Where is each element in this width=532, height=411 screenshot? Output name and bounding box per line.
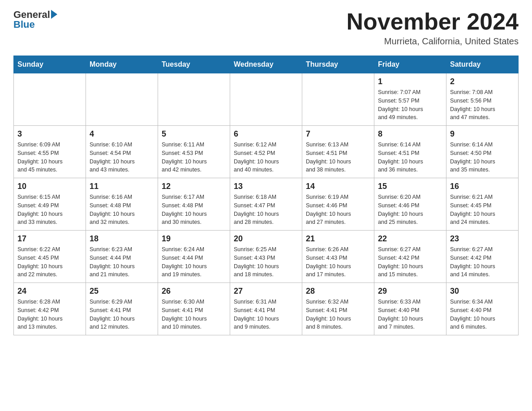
calendar-cell <box>302 73 374 126</box>
logo: General Blue <box>13 9 57 30</box>
calendar-cell: 24Sunrise: 6:28 AM Sunset: 4:42 PM Dayli… <box>14 283 86 335</box>
calendar-cell: 12Sunrise: 6:17 AM Sunset: 4:48 PM Dayli… <box>158 178 230 231</box>
day-number: 23 <box>450 234 515 244</box>
logo-arrow-icon <box>51 10 57 19</box>
calendar-cell: 14Sunrise: 6:19 AM Sunset: 4:46 PM Dayli… <box>302 178 374 231</box>
day-number: 14 <box>306 182 370 191</box>
day-number: 10 <box>17 182 82 191</box>
day-info: Sunrise: 6:19 AM Sunset: 4:46 PM Dayligh… <box>306 193 370 227</box>
calendar-cell: 6Sunrise: 6:12 AM Sunset: 4:52 PM Daylig… <box>230 126 302 178</box>
calendar-cell: 27Sunrise: 6:31 AM Sunset: 4:41 PM Dayli… <box>230 283 302 335</box>
day-info: Sunrise: 6:21 AM Sunset: 4:45 PM Dayligh… <box>450 193 515 227</box>
calendar-cell: 21Sunrise: 6:26 AM Sunset: 4:43 PM Dayli… <box>302 231 374 283</box>
calendar-cell: 25Sunrise: 6:29 AM Sunset: 4:41 PM Dayli… <box>86 283 158 335</box>
day-number: 12 <box>162 182 226 191</box>
day-number: 9 <box>450 129 515 139</box>
day-info: Sunrise: 6:20 AM Sunset: 4:46 PM Dayligh… <box>378 193 442 227</box>
day-of-week-friday: Friday <box>374 56 446 73</box>
day-of-week-sunday: Sunday <box>14 56 86 73</box>
calendar-cell: 23Sunrise: 6:27 AM Sunset: 4:42 PM Dayli… <box>446 231 519 283</box>
day-of-week-wednesday: Wednesday <box>230 56 302 73</box>
day-of-week-monday: Monday <box>86 56 158 73</box>
day-info: Sunrise: 6:18 AM Sunset: 4:47 PM Dayligh… <box>234 193 298 227</box>
calendar-cell <box>14 73 86 126</box>
calendar-cell: 8Sunrise: 6:14 AM Sunset: 4:51 PM Daylig… <box>374 126 446 178</box>
day-info: Sunrise: 6:15 AM Sunset: 4:49 PM Dayligh… <box>17 193 82 227</box>
calendar-cell: 22Sunrise: 6:27 AM Sunset: 4:42 PM Dayli… <box>374 231 446 283</box>
day-number: 2 <box>450 77 515 86</box>
day-info: Sunrise: 6:29 AM Sunset: 4:41 PM Dayligh… <box>90 298 154 331</box>
day-info: Sunrise: 6:27 AM Sunset: 4:42 PM Dayligh… <box>450 245 515 279</box>
logo-text-blue: Blue <box>13 19 57 30</box>
calendar-cell: 9Sunrise: 6:14 AM Sunset: 4:50 PM Daylig… <box>446 126 519 178</box>
calendar-cell: 15Sunrise: 6:20 AM Sunset: 4:46 PM Dayli… <box>374 178 446 231</box>
day-info: Sunrise: 6:17 AM Sunset: 4:48 PM Dayligh… <box>162 193 226 227</box>
calendar-cell: 10Sunrise: 6:15 AM Sunset: 4:49 PM Dayli… <box>14 178 86 231</box>
calendar-cell: 18Sunrise: 6:23 AM Sunset: 4:44 PM Dayli… <box>86 231 158 283</box>
day-number: 3 <box>17 129 82 139</box>
day-info: Sunrise: 6:10 AM Sunset: 4:54 PM Dayligh… <box>90 141 154 174</box>
day-info: Sunrise: 6:25 AM Sunset: 4:43 PM Dayligh… <box>234 245 298 279</box>
calendar-title-block: November 2024 Murrieta, California, Unit… <box>347 9 519 47</box>
day-number: 17 <box>17 234 82 244</box>
calendar-week-row: 17Sunrise: 6:22 AM Sunset: 4:45 PM Dayli… <box>14 231 519 283</box>
calendar-cell <box>230 73 302 126</box>
calendar-cell: 26Sunrise: 6:30 AM Sunset: 4:41 PM Dayli… <box>158 283 230 335</box>
calendar-cell: 5Sunrise: 6:11 AM Sunset: 4:53 PM Daylig… <box>158 126 230 178</box>
calendar-cell: 2Sunrise: 7:08 AM Sunset: 5:56 PM Daylig… <box>446 73 519 126</box>
calendar-title: November 2024 <box>347 9 519 34</box>
day-info: Sunrise: 6:16 AM Sunset: 4:48 PM Dayligh… <box>90 193 154 227</box>
day-number: 7 <box>306 129 370 139</box>
day-number: 4 <box>90 129 154 139</box>
calendar-cell: 11Sunrise: 6:16 AM Sunset: 4:48 PM Dayli… <box>86 178 158 231</box>
day-info: Sunrise: 6:28 AM Sunset: 4:42 PM Dayligh… <box>17 298 82 331</box>
calendar-cell: 19Sunrise: 6:24 AM Sunset: 4:44 PM Dayli… <box>158 231 230 283</box>
day-info: Sunrise: 6:31 AM Sunset: 4:41 PM Dayligh… <box>234 298 298 331</box>
calendar-cell: 17Sunrise: 6:22 AM Sunset: 4:45 PM Dayli… <box>14 231 86 283</box>
day-number: 24 <box>17 287 82 296</box>
day-number: 21 <box>306 234 370 244</box>
day-info: Sunrise: 7:07 AM Sunset: 5:57 PM Dayligh… <box>378 88 442 122</box>
day-number: 8 <box>378 129 442 139</box>
calendar-week-row: 1Sunrise: 7:07 AM Sunset: 5:57 PM Daylig… <box>14 73 519 126</box>
calendar-week-row: 3Sunrise: 6:09 AM Sunset: 4:55 PM Daylig… <box>14 126 519 178</box>
day-number: 19 <box>162 234 226 244</box>
day-number: 22 <box>378 234 442 244</box>
calendar-cell <box>86 73 158 126</box>
day-number: 15 <box>378 182 442 191</box>
day-number: 25 <box>90 287 154 296</box>
day-number: 27 <box>234 287 298 296</box>
calendar-cell: 28Sunrise: 6:32 AM Sunset: 4:41 PM Dayli… <box>302 283 374 335</box>
day-number: 16 <box>450 182 515 191</box>
calendar-cell: 1Sunrise: 7:07 AM Sunset: 5:57 PM Daylig… <box>374 73 446 126</box>
calendar-week-row: 24Sunrise: 6:28 AM Sunset: 4:42 PM Dayli… <box>14 283 519 335</box>
calendar-cell: 29Sunrise: 6:33 AM Sunset: 4:40 PM Dayli… <box>374 283 446 335</box>
day-info: Sunrise: 6:26 AM Sunset: 4:43 PM Dayligh… <box>306 245 370 279</box>
calendar-cell: 7Sunrise: 6:13 AM Sunset: 4:51 PM Daylig… <box>302 126 374 178</box>
day-info: Sunrise: 6:34 AM Sunset: 4:40 PM Dayligh… <box>450 298 515 331</box>
day-of-week-thursday: Thursday <box>302 56 374 73</box>
day-info: Sunrise: 6:30 AM Sunset: 4:41 PM Dayligh… <box>162 298 226 331</box>
calendar-cell: 3Sunrise: 6:09 AM Sunset: 4:55 PM Daylig… <box>14 126 86 178</box>
day-info: Sunrise: 6:24 AM Sunset: 4:44 PM Dayligh… <box>162 245 226 279</box>
calendar-cell <box>158 73 230 126</box>
day-number: 30 <box>450 287 515 296</box>
day-info: Sunrise: 6:32 AM Sunset: 4:41 PM Dayligh… <box>306 298 370 331</box>
day-of-week-saturday: Saturday <box>446 56 519 73</box>
calendar-header-row: SundayMondayTuesdayWednesdayThursdayFrid… <box>14 56 519 73</box>
day-number: 26 <box>162 287 226 296</box>
day-info: Sunrise: 7:08 AM Sunset: 5:56 PM Dayligh… <box>450 88 515 122</box>
day-info: Sunrise: 6:22 AM Sunset: 4:45 PM Dayligh… <box>17 245 82 279</box>
calendar-cell: 20Sunrise: 6:25 AM Sunset: 4:43 PM Dayli… <box>230 231 302 283</box>
day-of-week-tuesday: Tuesday <box>158 56 230 73</box>
day-number: 28 <box>306 287 370 296</box>
page-header: General Blue November 2024 Murrieta, Cal… <box>13 9 519 47</box>
day-info: Sunrise: 6:12 AM Sunset: 4:52 PM Dayligh… <box>234 141 298 174</box>
day-number: 29 <box>378 287 442 296</box>
day-number: 18 <box>90 234 154 244</box>
day-number: 20 <box>234 234 298 244</box>
day-number: 5 <box>162 129 226 139</box>
calendar-cell: 4Sunrise: 6:10 AM Sunset: 4:54 PM Daylig… <box>86 126 158 178</box>
calendar-cell: 13Sunrise: 6:18 AM Sunset: 4:47 PM Dayli… <box>230 178 302 231</box>
day-number: 13 <box>234 182 298 191</box>
